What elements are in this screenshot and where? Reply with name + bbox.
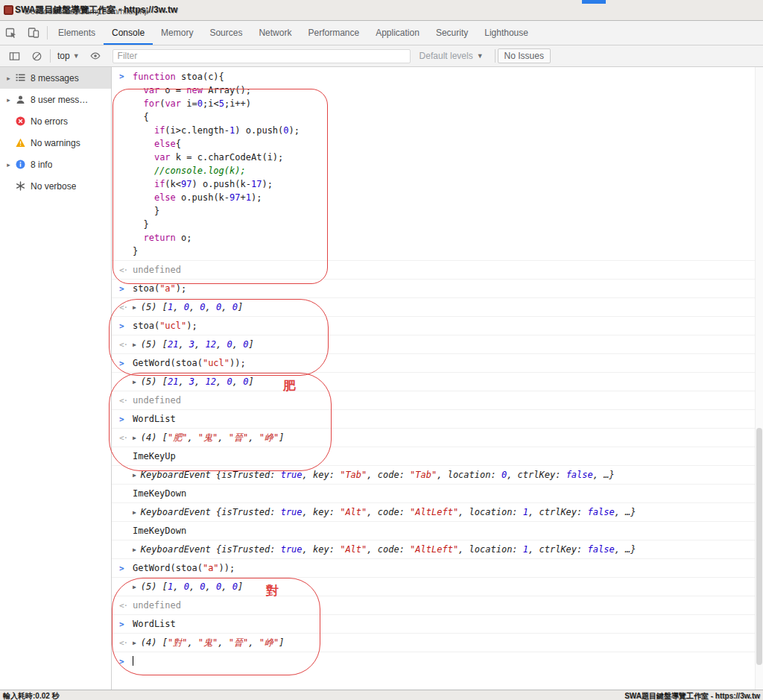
execution-context-label: top — [57, 51, 70, 61]
warning-icon — [15, 138, 26, 148]
console-message-text: ▶(5) [1, 0, 0, 0, 0] — [133, 581, 243, 593]
result-arrow-icon: <· — [119, 599, 133, 612]
prompt-chevron-icon: > — [119, 655, 133, 668]
console-result-row: <·undefined — [112, 596, 763, 615]
input-time-status: 輸入耗時:0.02 秒 — [3, 691, 60, 700]
prompt-chevron-icon: > — [119, 320, 133, 332]
console-result-row[interactable]: <·▶(5) [1, 0, 0, 0, 0] — [112, 298, 763, 317]
console-log-row[interactable]: ▶KeyboardEvent {isTrusted: true, key: "T… — [112, 466, 763, 485]
sidebar-item-label: No warnings — [31, 138, 80, 148]
expand-triangle-icon[interactable]: ▶ — [133, 581, 136, 593]
console-log-row[interactable]: ▶(5) [21, 3, 12, 0, 0] — [112, 373, 763, 391]
result-arrow-icon: <· — [119, 264, 133, 277]
expand-triangle-icon[interactable]: ▸ — [4, 161, 13, 168]
console-main-area: >function stoa(c){ var o = new Array(); … — [112, 67, 763, 690]
expand-triangle-icon[interactable]: ▶ — [133, 506, 136, 519]
console-message-text — [133, 655, 133, 668]
console-sidebar: ▸8 messages▸8 user mess…No errorsNo warn… — [0, 67, 112, 690]
sidebar-item-verbose[interactable]: No verbose — [0, 175, 111, 197]
console-log-row[interactable]: ▶KeyboardEvent {isTrusted: true, key: "A… — [112, 540, 763, 559]
console-message-text: ▶KeyboardEvent {isTrusted: true, key: "A… — [133, 506, 636, 519]
result-arrow-icon: <· — [119, 432, 133, 444]
console-result-row[interactable]: <·▶(4) ["肥", "鬼", "晉", "峥"] — [112, 429, 763, 447]
console-toolbar: top ▼ Default levels ▼ No Issues — [0, 45, 763, 67]
text-cursor[interactable] — [133, 656, 133, 666]
devtools-window: ElementsConsoleMemorySourcesNetworkPerfo… — [0, 21, 763, 690]
expand-triangle-icon[interactable]: ▶ — [133, 469, 136, 482]
sidebar-item-info[interactable]: ▸8 info — [0, 154, 111, 175]
scrollbar[interactable] — [755, 67, 763, 690]
chevron-down-icon: ▼ — [73, 52, 80, 60]
sidebar-item-messages[interactable]: ▸8 messages — [0, 67, 111, 89]
expand-triangle-icon[interactable]: ▶ — [133, 432, 136, 444]
console-message-text: stoa("a"); — [133, 283, 186, 295]
clear-console-icon[interactable] — [25, 51, 48, 62]
sidebar-item-label: No verbose — [31, 181, 76, 192]
user-icon — [15, 95, 26, 105]
divider — [47, 26, 48, 40]
tab-performance[interactable]: Performance — [300, 21, 367, 45]
result-arrow-icon: <· — [119, 301, 133, 314]
console-log-row[interactable]: ▶KeyboardEvent {isTrusted: true, key: "A… — [112, 503, 763, 522]
console-log-row[interactable]: ▶(5) [1, 0, 0, 0, 0] — [112, 578, 763, 596]
console-log: >function stoa(c){ var o = new Array(); … — [112, 67, 763, 670]
chevron-down-icon: ▼ — [477, 52, 484, 60]
console-message-text: ImeKeyDown — [133, 525, 186, 537]
console-input-row: >function stoa(c){ var o = new Array(); … — [112, 67, 763, 261]
sidebar-item-label: 8 user mess… — [31, 95, 88, 105]
console-message-text: WordList — [133, 618, 176, 631]
expand-triangle-icon[interactable]: ▸ — [4, 75, 13, 82]
live-expression-eye-icon[interactable] — [84, 50, 107, 62]
expand-triangle-icon[interactable]: ▸ — [4, 96, 13, 104]
prompt-chevron-icon: > — [119, 70, 133, 83]
execution-context-selector[interactable]: top ▼ — [53, 51, 84, 61]
console-input-row: >WordList — [112, 615, 763, 634]
tab-application[interactable]: Application — [367, 21, 428, 45]
console-input-row: >stoa("ucl"); — [112, 317, 763, 335]
issues-counter[interactable]: No Issues — [498, 48, 551, 63]
prompt-chevron-icon: > — [119, 283, 133, 295]
tab-sources[interactable]: Sources — [201, 21, 250, 45]
console-message-text: undefined — [133, 264, 181, 277]
sidebar-item-user-messages[interactable]: ▸8 user mess… — [0, 89, 111, 110]
list-icon — [15, 73, 26, 83]
console-result-row: <·undefined — [112, 261, 763, 280]
sidebar-item-label: 8 messages — [31, 73, 79, 83]
devtools-tabs: ElementsConsoleMemorySourcesNetworkPerfo… — [50, 21, 536, 45]
log-levels-selector[interactable]: Default levels ▼ — [420, 51, 484, 61]
expand-triangle-icon[interactable]: ▶ — [133, 637, 136, 649]
console-message-text: stoa("ucl"); — [133, 320, 197, 332]
expand-triangle-icon[interactable]: ▶ — [133, 376, 136, 388]
expand-triangle-icon[interactable]: ▶ — [133, 301, 136, 314]
tab-elements[interactable]: Elements — [50, 21, 104, 45]
expand-triangle-icon[interactable]: ▶ — [133, 338, 136, 351]
scrollbar-thumb[interactable] — [756, 428, 762, 664]
console-prompt[interactable]: > — [112, 652, 763, 670]
tab-console[interactable]: Console — [104, 21, 153, 45]
tab-memory[interactable]: Memory — [153, 21, 201, 45]
console-log-row: ImeKeyDown — [112, 522, 763, 540]
console-message-text: ImeKeyUp — [133, 450, 176, 463]
favicon-icon — [4, 5, 13, 15]
tab-security[interactable]: Security — [428, 21, 476, 45]
device-toolbar-icon[interactable] — [22, 21, 45, 45]
error-icon — [15, 116, 26, 127]
console-result-row[interactable]: <·▶(4) ["對", "鬼", "晉", "峥"] — [112, 634, 763, 652]
expand-triangle-icon[interactable]: ▶ — [133, 543, 136, 556]
background-page-titlebar: SWA題目鍵盤導覽工作室 - https://3w.tw DevTools - … — [0, 0, 763, 21]
console-message-text: ▶(5) [1, 0, 0, 0, 0] — [133, 301, 243, 314]
divider — [50, 49, 51, 63]
tab-network[interactable]: Network — [250, 21, 300, 45]
result-arrow-icon: <· — [119, 637, 133, 649]
console-log-row: ImeKeyUp — [112, 447, 763, 466]
sidebar-item-warnings[interactable]: No warnings — [0, 132, 111, 154]
background-page-title-bottom: SWA題目鍵盤導覽工作室 - https://3w.tw — [624, 691, 760, 700]
console-result-row[interactable]: <·▶(5) [21, 3, 12, 0, 0] — [112, 335, 763, 354]
sidebar-item-errors[interactable]: No errors — [0, 110, 111, 132]
console-filter-input[interactable] — [113, 49, 411, 63]
console-message-text: GetWord(stoa("a")); — [133, 562, 235, 575]
inspect-element-icon[interactable] — [0, 21, 22, 45]
console-sidebar-toggle-icon[interactable] — [3, 51, 25, 62]
tab-lighthouse[interactable]: Lighthouse — [476, 21, 536, 45]
console-panel-body: ▸8 messages▸8 user mess…No errorsNo warn… — [0, 67, 763, 690]
